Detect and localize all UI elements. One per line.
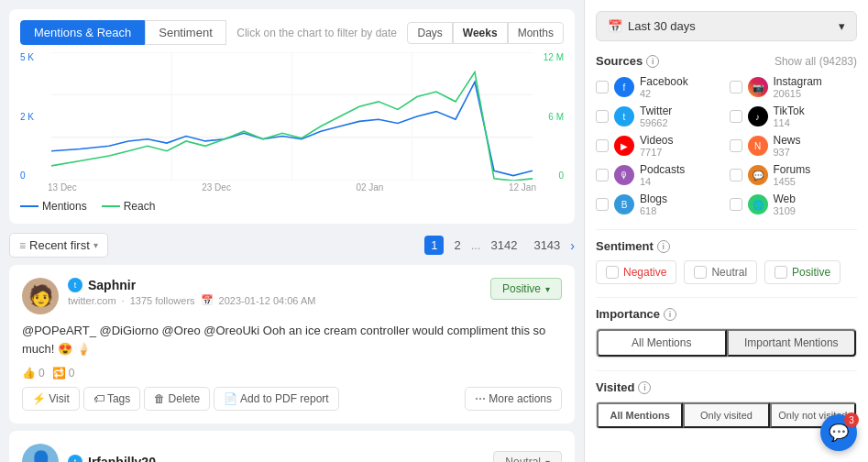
tab-sentiment[interactable]: Sentiment [145, 20, 226, 45]
source-news-checkbox[interactable] [730, 139, 742, 152]
web-count: 3109 [774, 205, 796, 216]
divider-1 [596, 229, 857, 230]
avatar-2: 👤 [22, 444, 59, 462]
legend-reach[interactable]: Reach [102, 200, 156, 213]
news-label: News [774, 134, 801, 147]
more-actions-button[interactable]: ⋯ More actions [465, 387, 562, 411]
sentiment-badge[interactable]: Positive ▾ [490, 278, 562, 300]
source-podcasts: 🎙 Podcasts 14 [596, 163, 724, 187]
author-row-2: t Irfanbilly20 [68, 455, 484, 462]
page-dots: ... [471, 238, 481, 252]
importance-section-title: Importance i [596, 307, 857, 321]
negative-checkbox [606, 266, 619, 279]
period-days[interactable]: Days [407, 22, 452, 44]
instagram-count: 20615 [774, 88, 822, 99]
visited-buttons: All Mentions Only visited Only not visit… [596, 402, 857, 429]
sentiment-filters: Negative Neutral Positive [596, 260, 857, 284]
divider-3 [596, 370, 857, 371]
facebook-icon: f [614, 77, 634, 97]
source-videos-checkbox[interactable] [596, 139, 609, 152]
pagination: 1 2 ... 3142 3143 › [424, 236, 575, 255]
only-visited-btn[interactable]: Only visited [683, 402, 769, 428]
period-months[interactable]: Months [508, 22, 564, 44]
feed-controls: ≡ Recent first ▾ 1 2 ... 3142 3143 › [9, 233, 575, 258]
web-label: Web [774, 192, 796, 205]
important-mentions-btn[interactable]: Important Mentions [727, 329, 857, 357]
visit-button[interactable]: ⚡ Visit [22, 387, 80, 411]
importance-info-icon[interactable]: i [664, 308, 676, 321]
source-twitter-checkbox[interactable] [596, 110, 609, 123]
source-instagram-checkbox[interactable] [730, 81, 742, 94]
post-header: 🧑 t Saphnir twitter.com · 1375 followers… [22, 278, 562, 314]
sources-section-title: Sources i Show all (94283) [596, 54, 857, 68]
post-meta-2: t Irfanbilly20 [68, 455, 484, 462]
news-count: 937 [774, 147, 801, 158]
reactions-row: 👍 0 🔁 0 [22, 367, 562, 380]
show-all-button[interactable]: Show all (94283) [775, 55, 857, 68]
sentiment-section-title: Sentiment i [596, 239, 857, 253]
web-icon: 🌐 [748, 194, 768, 214]
all-mentions-visited-btn[interactable]: All Mentions [597, 402, 683, 428]
chart-tabs: Mentions & Reach Sentiment Click on the … [20, 20, 564, 45]
blogs-icon: B [614, 194, 634, 214]
chart-hint: Click on the chart to filter by date [226, 27, 408, 39]
facebook-label: Facebook [640, 75, 688, 88]
source-forums-checkbox[interactable] [730, 169, 742, 182]
source-instagram: 📷 Instagram 20615 [730, 75, 858, 99]
instagram-label: Instagram [774, 75, 822, 88]
calendar-icon: 📅 [608, 19, 622, 33]
source-podcasts-checkbox[interactable] [596, 169, 609, 182]
author-row: t Saphnir [68, 278, 481, 292]
visited-info-icon[interactable]: i [638, 381, 651, 394]
page-2[interactable]: 2 [447, 236, 467, 255]
divider-2 [596, 297, 857, 298]
blogs-label: Blogs [640, 192, 667, 205]
author-name: Saphnir [88, 278, 136, 292]
page-3142[interactable]: 3142 [484, 236, 523, 255]
source-tiktok-checkbox[interactable] [730, 110, 742, 123]
source-tiktok: ♪ TikTok 114 [730, 104, 858, 128]
pdf-report-button[interactable]: 📄 Add to PDF report [214, 387, 338, 411]
sentiment-positive-btn[interactable]: Positive [764, 260, 841, 284]
chevron-down-icon: ▾ [839, 19, 845, 33]
twitter-label: Twitter [640, 104, 672, 117]
source-blogs-checkbox[interactable] [596, 198, 609, 211]
page-1[interactable]: 1 [424, 236, 444, 255]
page-3143[interactable]: 3143 [527, 236, 566, 255]
visited-section-title: Visited i [596, 380, 857, 394]
post-meta: t Saphnir twitter.com · 1375 followers 📅… [68, 278, 481, 306]
chart-svg-area[interactable] [51, 52, 533, 181]
chat-bubble-button[interactable]: 💬 3 [820, 414, 857, 451]
videos-count: 7717 [640, 147, 673, 158]
post-date: 2023-01-12 04:06 AM [219, 295, 316, 306]
tab-mentions-reach[interactable]: Mentions & Reach [20, 20, 145, 45]
tags-button[interactable]: 🏷 Tags [83, 387, 140, 411]
sentiment-badge-2[interactable]: Neutral ▾ [493, 451, 562, 462]
x-axis: 13 Dec 23 Dec 02 Jan 12 Jan [20, 181, 564, 194]
source-web-checkbox[interactable] [730, 198, 742, 211]
chat-icon: 💬 [829, 423, 849, 443]
sentiment-info-icon[interactable]: i [657, 240, 670, 253]
delete-button[interactable]: 🗑 Delete [144, 387, 210, 411]
news-icon: N [748, 136, 768, 156]
post-actions-row: ⚡ Visit 🏷 Tags 🗑 Delete 📄 Add to PDF rep… [22, 387, 562, 411]
sentiment-negative-btn[interactable]: Negative [596, 260, 676, 284]
date-filter-button[interactable]: 📅 Last 30 days ▾ [596, 11, 857, 41]
chat-badge: 3 [844, 412, 859, 427]
next-page-arrow[interactable]: › [570, 238, 575, 253]
legend-mentions[interactable]: Mentions [20, 200, 87, 213]
all-mentions-btn[interactable]: All Mentions [597, 329, 727, 357]
neutral-checkbox [694, 266, 707, 279]
source-facebook-checkbox[interactable] [596, 81, 609, 94]
right-panel: 📅 Last 30 days ▾ Sources i Show all (942… [584, 0, 868, 462]
sources-info-icon[interactable]: i [646, 55, 659, 68]
sort-dropdown[interactable]: ≡ Recent first ▾ [9, 233, 108, 258]
post-details: twitter.com · 1375 followers 📅 2023-01-1… [68, 294, 481, 306]
tiktok-label: TikTok [774, 104, 805, 117]
source-forums: 💬 Forums 1455 [730, 163, 858, 187]
podcasts-icon: 🎙 [614, 165, 634, 185]
period-weeks[interactable]: Weeks [453, 22, 508, 44]
forums-label: Forums [774, 163, 811, 176]
post-content: @POPeART_ @DiGiorno @Oreo @OreoUki Ooh a… [22, 322, 562, 358]
sentiment-neutral-btn[interactable]: Neutral [684, 260, 757, 284]
